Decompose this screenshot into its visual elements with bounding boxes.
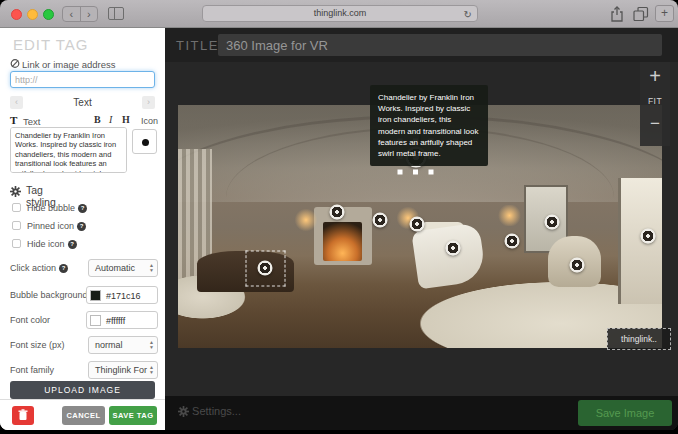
editor-main: TITLE: [165,28,678,430]
font-size-label: Font size (px) [10,340,65,350]
save-tag-button[interactable]: SAVE TAG [109,406,157,425]
image-tag[interactable] [330,204,345,219]
cancel-button[interactable]: CANCEL [62,406,105,425]
click-action-select[interactable]: Automatic ▲▼ [88,259,158,277]
icon-section-label: Icon [141,116,158,126]
gear-icon [178,406,189,417]
font-family-row: Font family Thinglink For ▲▼ [0,361,165,379]
font-family-select[interactable]: Thinglink For ▲▼ [88,361,158,379]
image-tag[interactable] [445,240,460,255]
nav-buttons: ‹ › [62,6,98,22]
bubble-background-input[interactable]: #171c16 [86,286,158,304]
hide-bubble-checkbox[interactable] [12,203,21,212]
link-icon [10,58,20,69]
image-tag[interactable] [504,234,519,249]
click-action-label: Click action? [10,263,68,273]
tag-tooltip: Chandelier by Franklin Iron Works. Inspi… [370,85,488,166]
tag-type-label: Text [10,96,155,109]
image-tag[interactable] [410,217,425,232]
delete-tag-button[interactable] [12,406,34,425]
hide-icon-row: Hide icon? [12,238,152,250]
thinglink-watermark: thinglink.. [607,328,671,350]
settings-button[interactable]: Settings... [178,405,241,417]
text-tool-icon: T [10,114,17,126]
sidebar-toggle-icon[interactable] [108,7,124,20]
tag-type-switcher: ‹ Text › [10,96,155,110]
font-size-row: Font size (px) normal ▲▼ [0,336,165,354]
editor-canvas: Chandelier by Franklin Iron Works. Inspi… [165,62,678,396]
address-bar[interactable]: thinglink.com ↻ [202,5,478,22]
settings-label: Settings... [192,405,241,417]
next-type-button[interactable]: › [142,96,155,109]
help-icon[interactable]: ? [77,222,86,231]
pinned-icon-row: Pinned icon? [12,220,152,232]
tabs-overview-icon[interactable] [633,6,649,22]
zoom-in-button[interactable]: + [640,62,670,90]
dot-icon [142,139,149,146]
zoom-controls: + FIT − [640,62,670,146]
close-window-button[interactable] [11,9,22,20]
browser-toolbar: ‹ › thinglink.com ↻ + [0,0,678,28]
hide-icon-checkbox[interactable] [12,239,21,248]
browser-window: ‹ › thinglink.com ↻ + EDIT TAG Link or i… [0,0,678,430]
text-tool-label: Text [23,116,40,127]
edit-tag-panel: EDIT TAG Link or image address ‹ Text › … [0,28,165,430]
forward-button[interactable]: › [81,7,98,21]
back-button[interactable]: ‹ [63,7,81,21]
font-family-label: Font family [10,365,54,375]
pinned-icon-label: Pinned icon? [27,221,86,231]
refresh-icon[interactable]: ↻ [464,7,472,22]
panel-footer: CANCEL SAVE TAG [0,399,165,430]
stepper-icon: ▲▼ [149,263,154,273]
trash-icon [18,409,28,421]
font-color-input[interactable]: #ffffff [86,311,158,329]
link-input[interactable] [10,71,155,88]
font-size-select[interactable]: normal ▲▼ [88,336,158,354]
panel-title: EDIT TAG [13,36,89,53]
minimize-window-button[interactable] [27,9,38,20]
text-format-row: T Text B I H Icon [10,114,158,127]
tag-styling-header[interactable]: Tag styling [10,183,21,196]
new-tab-button[interactable]: + [655,5,674,22]
hide-bubble-label: Hide bubble? [27,203,87,213]
image-tag[interactable] [640,228,655,243]
image-tag[interactable] [569,257,584,272]
share-icon[interactable] [610,6,624,22]
hide-bubble-row: Hide bubble? [12,202,152,214]
bubble-background-label: Bubble background [10,290,88,300]
tag-icon-picker-button[interactable] [132,129,157,154]
click-action-row: Click action? Automatic ▲▼ [0,259,165,277]
font-color-swatch [90,315,101,326]
save-image-button[interactable]: Save Image [578,400,672,426]
zoom-fit-button[interactable]: FIT [640,90,670,112]
tag-description-textarea[interactable]: Chandelier by Franklin Iron Works. Inspi… [10,127,127,173]
heading-button[interactable]: H [122,114,130,125]
gear-icon [10,186,21,197]
zoom-out-button[interactable]: − [640,112,670,136]
link-field-label: Link or image address [22,59,115,70]
title-bar: TITLE: [165,28,678,62]
font-color-row: Font color #ffffff [0,311,165,329]
pinned-icon-checkbox[interactable] [12,221,21,230]
font-color-label: Font color [10,315,50,325]
image-tag[interactable] [258,261,273,276]
tag-dashed-selection [245,250,285,286]
title-label: TITLE: [176,38,224,53]
help-icon[interactable]: ? [68,240,77,249]
italic-button[interactable]: I [109,114,112,125]
bold-button[interactable]: B [94,114,101,125]
upload-image-button[interactable]: UPLOAD IMAGE [10,381,155,399]
stepper-icon: ▲▼ [149,340,154,350]
bottom-bar: Settings... Save Image [165,396,678,430]
help-icon[interactable]: ? [59,264,68,273]
bubble-background-row: Bubble background #171c16 [0,286,165,304]
hide-icon-label: Hide icon? [27,239,77,249]
bubble-background-swatch [90,290,101,301]
url-text: thinglink.com [314,8,367,18]
image-tag[interactable] [545,214,560,229]
help-icon[interactable]: ? [78,204,87,213]
stepper-icon: ▲▼ [149,365,154,375]
image-title-input[interactable] [218,34,662,56]
zoom-window-button[interactable] [43,9,54,20]
image-tag[interactable] [372,212,387,227]
